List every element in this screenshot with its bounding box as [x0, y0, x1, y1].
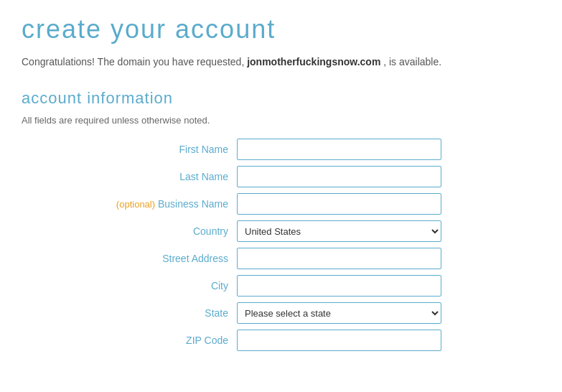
- last-name-label: Last Name: [22, 171, 237, 182]
- state-row: State Please select a state Alabama Alas…: [22, 302, 540, 324]
- business-name-label: (optional) Business Name: [22, 198, 237, 210]
- domain-name: jonmotherfuckingsnow.com: [247, 56, 380, 67]
- first-name-label: First Name: [22, 144, 237, 155]
- business-name-input[interactable]: [237, 193, 441, 215]
- street-address-input[interactable]: [237, 248, 441, 269]
- business-name-label-text: Business Name: [158, 198, 228, 210]
- zip-code-row: ZIP Code: [22, 330, 540, 351]
- state-select[interactable]: Please select a state Alabama Alaska Ari…: [237, 302, 441, 324]
- country-label: Country: [22, 225, 237, 237]
- business-name-row: (optional) Business Name: [22, 193, 540, 215]
- last-name-row: Last Name: [22, 166, 540, 187]
- domain-message-prefix: Congratulations! The domain you have req…: [22, 56, 244, 67]
- section-title: account information: [22, 89, 540, 108]
- city-row: City: [22, 275, 540, 297]
- city-label: City: [22, 280, 237, 291]
- state-label: State: [22, 307, 237, 319]
- fields-note: All fields are required unless otherwise…: [22, 115, 540, 126]
- country-select[interactable]: United States Canada United Kingdom Aust…: [237, 220, 441, 242]
- street-address-label: Street Address: [22, 253, 237, 264]
- domain-message-suffix: , is available.: [383, 56, 441, 67]
- street-address-row: Street Address: [22, 248, 540, 269]
- country-row: Country United States Canada United King…: [22, 220, 540, 242]
- zip-code-input[interactable]: [237, 330, 441, 351]
- domain-message: Congratulations! The domain you have req…: [22, 56, 540, 67]
- optional-tag: (optional): [116, 199, 155, 210]
- page-title: create your account: [22, 14, 540, 45]
- city-input[interactable]: [237, 275, 441, 297]
- first-name-input[interactable]: [237, 139, 441, 160]
- first-name-row: First Name: [22, 139, 540, 160]
- zip-code-label: ZIP Code: [22, 335, 237, 346]
- last-name-input[interactable]: [237, 166, 441, 187]
